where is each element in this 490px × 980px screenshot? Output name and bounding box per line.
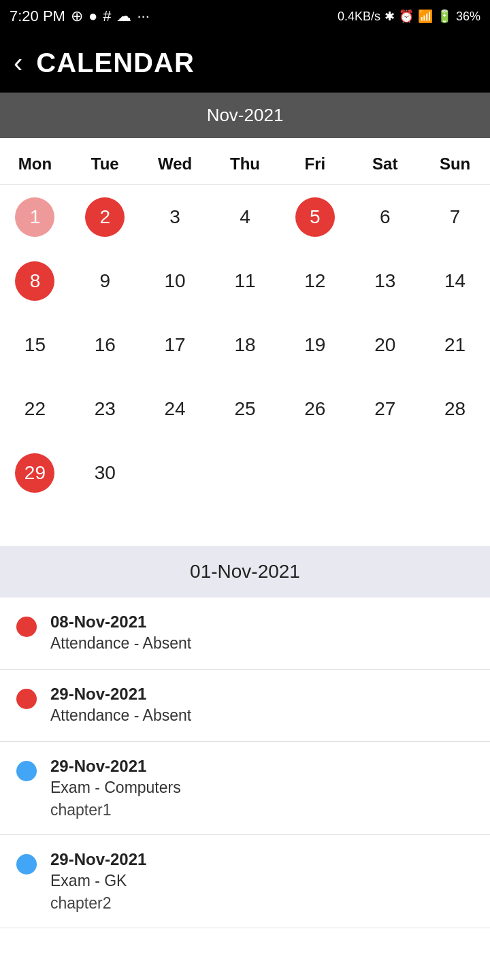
day-cell[interactable]: 8 [0, 249, 70, 313]
day-cell[interactable]: 2 [70, 185, 140, 249]
day-cell[interactable]: 6 [350, 185, 420, 249]
day-cell[interactable]: 26 [280, 377, 350, 441]
event-dot [16, 689, 37, 709]
back-button[interactable]: ‹ [14, 48, 22, 78]
event-content: 29-Nov-2021Exam - GKchapter2 [50, 850, 146, 913]
event-dot [16, 617, 37, 637]
month-header: Nov-2021 [0, 93, 490, 138]
day-cell[interactable]: 25 [210, 377, 280, 441]
event-type: Exam - GK [50, 872, 146, 890]
weekday-fri: Fri [280, 149, 350, 179]
signal-bars-icon: 📶 [418, 9, 433, 24]
day-cell[interactable]: 9 [70, 249, 140, 313]
event-detail: chapter1 [50, 801, 181, 819]
day-cell[interactable]: 23 [70, 377, 140, 441]
weekday-thu: Thu [210, 149, 280, 179]
weekday-wed: Wed [140, 149, 210, 179]
event-type: Attendance - Absent [50, 634, 191, 653]
battery-icon: 🔋 [437, 9, 452, 24]
app-header: ‹ CALENDAR [0, 33, 490, 93]
event-dot [16, 854, 37, 875]
weekdays-row: Mon Tue Wed Thu Fri Sat Sun [0, 138, 490, 185]
event-type: Exam - Computers [50, 779, 181, 797]
event-date: 29-Nov-2021 [50, 850, 146, 869]
day-cell[interactable]: 17 [140, 313, 210, 377]
day-cell[interactable]: 19 [280, 313, 350, 377]
signal-icon: ● [88, 7, 97, 25]
day-cell[interactable]: 10 [140, 249, 210, 313]
month-label: Nov-2021 [207, 105, 284, 125]
day-cell[interactable]: 22 [0, 377, 70, 441]
event-content: 29-Nov-2021Exam - Computerschapter1 [50, 757, 181, 819]
day-cell[interactable]: 4 [210, 185, 280, 249]
weekday-sat: Sat [350, 149, 420, 179]
weekday-sun: Sun [420, 149, 490, 179]
day-cell[interactable]: 5 [280, 185, 350, 249]
day-cell[interactable]: 21 [420, 313, 490, 377]
calendar: Mon Tue Wed Thu Fri Sat Sun 123456789101… [0, 138, 490, 519]
grid-icon: # [103, 7, 111, 25]
alarm-icon: ⏰ [399, 9, 414, 24]
event-item[interactable]: 29-Nov-2021Attendance - Absent [0, 670, 490, 742]
bluetooth-icon: ✱ [385, 9, 395, 24]
day-cell[interactable]: 27 [350, 377, 420, 441]
dots-icon: ··· [137, 7, 149, 25]
event-date: 29-Nov-2021 [50, 757, 181, 776]
event-date: 08-Nov-2021 [50, 612, 191, 632]
status-left: 7:20 PM ⊕ ● # ☁ ··· [10, 7, 150, 25]
event-content: 08-Nov-2021Attendance - Absent [50, 612, 191, 654]
selected-date-label: 01-Nov-2021 [190, 561, 300, 582]
jio-icon: ⊕ [71, 7, 83, 25]
status-bar: 7:20 PM ⊕ ● # ☁ ··· 0.4KB/s ✱ ⏰ 📶 🔋 36% [0, 0, 490, 33]
weekday-tue: Tue [70, 149, 140, 179]
status-right: 0.4KB/s ✱ ⏰ 📶 🔋 36% [338, 9, 480, 24]
status-time: 7:20 PM [10, 7, 65, 25]
cloud-icon: ☁ [116, 7, 131, 25]
day-cell[interactable]: 28 [420, 377, 490, 441]
event-detail: chapter2 [50, 894, 146, 913]
day-cell[interactable]: 14 [420, 249, 490, 313]
days-grid: 1234567891011121314151617181920212223242… [0, 185, 490, 505]
event-item[interactable]: 29-Nov-2021Exam - Computerschapter1 [0, 742, 490, 835]
weekday-mon: Mon [0, 149, 70, 179]
day-cell[interactable]: 3 [140, 185, 210, 249]
day-cell[interactable]: 20 [350, 313, 420, 377]
day-cell[interactable]: 7 [420, 185, 490, 249]
day-cell[interactable]: 18 [210, 313, 280, 377]
network-speed: 0.4KB/s [338, 10, 380, 24]
battery-percent: 36% [456, 10, 480, 24]
page-title: CALENDAR [36, 48, 194, 78]
day-cell[interactable]: 24 [140, 377, 210, 441]
event-item[interactable]: 08-Nov-2021Attendance - Absent [0, 598, 490, 670]
day-cell[interactable]: 1 [0, 185, 70, 249]
day-cell[interactable]: 16 [70, 313, 140, 377]
event-item[interactable]: 29-Nov-2021Exam - GKchapter2 [0, 835, 490, 928]
event-content: 29-Nov-2021Attendance - Absent [50, 685, 191, 726]
day-cell[interactable]: 29 [0, 441, 70, 505]
day-cell[interactable]: 11 [210, 249, 280, 313]
event-type: Attendance - Absent [50, 706, 191, 725]
section-divider [0, 519, 490, 546]
event-date: 29-Nov-2021 [50, 685, 191, 704]
selected-date-header: 01-Nov-2021 [0, 546, 490, 598]
event-list: 08-Nov-2021Attendance - Absent29-Nov-202… [0, 598, 490, 928]
day-cell[interactable]: 12 [280, 249, 350, 313]
day-cell[interactable]: 15 [0, 313, 70, 377]
event-dot [16, 761, 37, 781]
day-cell[interactable]: 13 [350, 249, 420, 313]
day-cell[interactable]: 30 [70, 441, 140, 505]
